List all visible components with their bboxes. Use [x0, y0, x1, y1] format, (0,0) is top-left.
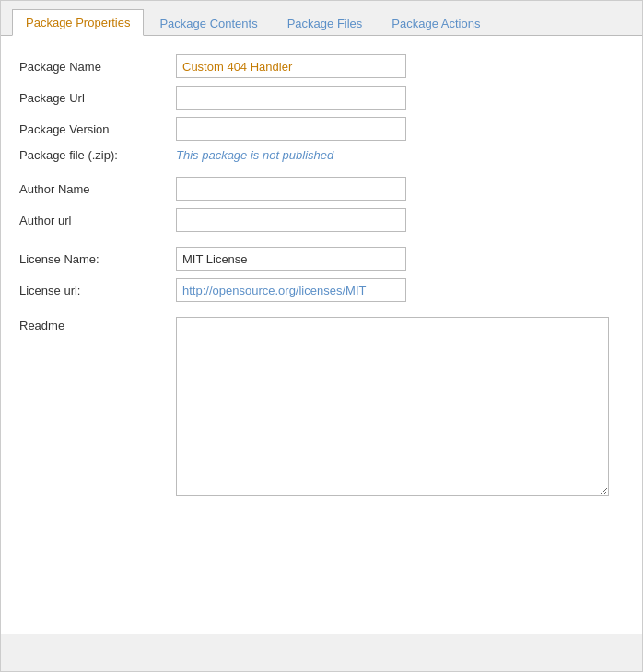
author-name-label: Author Name — [19, 182, 176, 196]
readme-row: Readme — [19, 317, 624, 496]
license-url-row: License url: — [19, 278, 624, 302]
author-url-row: Author url — [19, 208, 624, 232]
readme-textarea[interactable] — [176, 317, 609, 496]
package-file-label: Package file (.zip): — [19, 148, 176, 162]
author-name-input[interactable] — [176, 177, 406, 201]
author-url-label: Author url — [19, 214, 176, 227]
tab-package-actions[interactable]: Package Actions — [378, 10, 494, 36]
tab-package-properties[interactable]: Package Properties — [12, 9, 144, 36]
readme-label: Readme — [19, 317, 176, 332]
license-name-label: License Name: — [19, 252, 176, 266]
tab-content: Package Name Package Url Package Version… — [1, 36, 642, 634]
package-name-input[interactable] — [176, 54, 406, 78]
package-version-row: Package Version — [19, 117, 624, 141]
package-version-label: Package Version — [19, 122, 176, 136]
tab-bar: Package Properties Package Contents Pack… — [1, 1, 642, 36]
author-name-row: Author Name — [19, 177, 624, 201]
license-name-input[interactable] — [176, 247, 406, 271]
package-url-input[interactable] — [176, 86, 406, 110]
package-version-input[interactable] — [176, 117, 406, 141]
tab-package-files[interactable]: Package Files — [274, 10, 377, 36]
main-window: Package Properties Package Contents Pack… — [0, 0, 643, 672]
package-url-row: Package Url — [19, 86, 624, 110]
tab-package-contents[interactable]: Package Contents — [146, 10, 271, 36]
license-name-row: License Name: — [19, 247, 624, 271]
license-url-label: License url: — [19, 284, 176, 297]
author-url-input[interactable] — [176, 208, 406, 232]
package-name-row: Package Name — [19, 54, 624, 78]
package-file-row: Package file (.zip): This package is not… — [19, 148, 624, 162]
package-name-label: Package Name — [19, 60, 176, 74]
license-url-input[interactable] — [176, 278, 406, 302]
package-url-label: Package Url — [19, 91, 176, 105]
package-not-published-text: This package is not published — [176, 148, 333, 162]
